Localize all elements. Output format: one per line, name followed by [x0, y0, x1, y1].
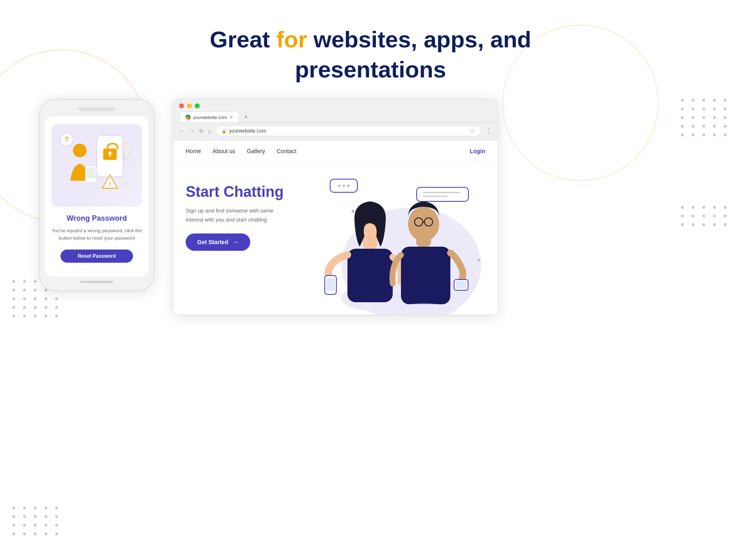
google-favicon: [185, 114, 191, 120]
phone-notch: [78, 107, 115, 111]
arrow-icon: →: [232, 238, 239, 246]
forward-button[interactable]: →: [189, 128, 195, 134]
speech-bubble-left: [330, 179, 358, 193]
lock-icon: 🔒: [221, 129, 226, 133]
bubble-dots: [338, 184, 350, 187]
svg-point-6: [73, 144, 86, 157]
browser-mockup: yourwebsite.com ✕ + ← → ↻ ⌂ 🔒 yourwebsit…: [173, 99, 498, 315]
tab-title: yourwebsite.com: [193, 115, 227, 120]
svg-point-18: [408, 207, 439, 241]
svg-rect-3: [109, 154, 111, 157]
url-text: yourwebsite.com: [229, 128, 266, 134]
svg-rect-16: [401, 247, 450, 304]
bookmark-icon[interactable]: ☆: [470, 128, 475, 134]
dots-pattern-mid-right: [681, 206, 729, 226]
phone-error-title: Wrong Password: [67, 214, 127, 223]
window-controls: [179, 103, 492, 108]
svg-rect-15: [326, 278, 335, 291]
svg-point-24: [391, 303, 457, 315]
get-started-label: Get Started: [197, 239, 228, 245]
site-navigation: Home About us Gallery Contact Login: [173, 140, 498, 162]
phone-home-indicator: [80, 281, 113, 283]
page-title: Great for websites, apps, and presentati…: [185, 25, 556, 85]
window-close-dot[interactable]: [179, 103, 184, 108]
hero-description: Sign up and find someone with same inter…: [186, 206, 284, 224]
nav-gallery[interactable]: Gallery: [247, 148, 265, 154]
url-bar[interactable]: 🔒 yourwebsite.com ☆: [215, 126, 481, 136]
browser-address-bar: ← → ↻ ⌂ 🔒 yourwebsite.com ☆ ⋮: [173, 123, 498, 140]
phone-illustration: ? !: [51, 124, 142, 207]
phone-screen: ? !: [45, 116, 149, 277]
hero-title: Start Chatting: [186, 183, 317, 201]
phone-mockup: ? !: [39, 99, 154, 291]
reload-button[interactable]: ↻: [199, 128, 204, 134]
speech-bubble-right: [416, 187, 469, 202]
browser-chrome: yourwebsite.com ✕ +: [173, 99, 498, 123]
browser-menu-icon[interactable]: ⋮: [485, 127, 492, 135]
window-minimize-dot[interactable]: [187, 103, 192, 108]
svg-rect-11: [347, 249, 393, 302]
nav-about[interactable]: About us: [212, 148, 235, 154]
get-started-button[interactable]: Get Started →: [186, 233, 250, 251]
hero-left-content: Start Chatting Sign up and find someone …: [186, 175, 317, 315]
dots-pattern-bottom-left-2: [12, 506, 60, 535]
svg-rect-23: [456, 281, 466, 289]
phone-error-description: You've inputed a wrong password, click t…: [51, 227, 142, 242]
new-tab-button[interactable]: +: [242, 113, 250, 121]
website-content: Home About us Gallery Contact Login Star…: [173, 140, 498, 315]
browser-tab[interactable]: yourwebsite.com ✕: [179, 112, 239, 122]
nav-contact[interactable]: Contact: [277, 148, 296, 154]
people-illustration-svg: [312, 183, 477, 315]
question-mark-icon: ?: [60, 133, 74, 147]
reset-password-button[interactable]: Reset Password: [61, 250, 133, 263]
nav-login[interactable]: Login: [470, 148, 485, 154]
hero-illustration: ✦ ✦ ✕: [317, 175, 485, 315]
tab-close-button[interactable]: ✕: [230, 115, 233, 119]
dots-pattern-top-right: [681, 99, 729, 136]
browser-tab-row: yourwebsite.com ✕ +: [179, 112, 492, 122]
back-button[interactable]: ←: [179, 128, 185, 134]
hero-section: Start Chatting Sign up and find someone …: [173, 162, 498, 315]
svg-rect-8: [86, 167, 96, 179]
header-section: Great for websites, apps, and presentati…: [185, 25, 556, 85]
svg-text:!: !: [109, 181, 111, 187]
home-button[interactable]: ⌂: [208, 128, 211, 134]
window-maximize-dot[interactable]: [195, 103, 200, 108]
nav-home[interactable]: Home: [186, 148, 201, 154]
